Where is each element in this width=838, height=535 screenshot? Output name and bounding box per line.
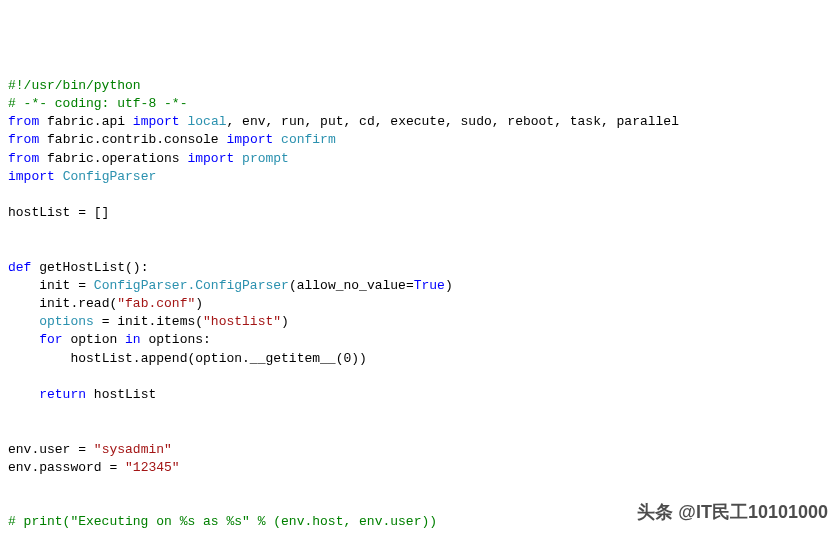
code-block: #!/usr/bin/python# -*- coding: utf-8 -*-… <box>8 77 830 535</box>
code-line <box>8 240 830 258</box>
code-line: # -*- coding: utf-8 -*- <box>8 95 830 113</box>
code-line: import ConfigParser <box>8 168 830 186</box>
watermark: 头条 @IT民工10101000 <box>637 500 828 525</box>
code-line: def getHostList(): <box>8 259 830 277</box>
code-line <box>8 368 830 386</box>
code-line <box>8 186 830 204</box>
code-line: from fabric.operations import prompt <box>8 150 830 168</box>
code-line <box>8 404 830 422</box>
code-line: #!/usr/bin/python <box>8 77 830 95</box>
code-line: for option in options: <box>8 331 830 349</box>
code-line: return hostList <box>8 386 830 404</box>
code-line: from fabric.contrib.console import confi… <box>8 131 830 149</box>
code-line: init.read("fab.conf") <box>8 295 830 313</box>
code-line <box>8 222 830 240</box>
code-line <box>8 422 830 440</box>
code-line: from fabric.api import local, env, run, … <box>8 113 830 131</box>
code-line: env.password = "12345" <box>8 459 830 477</box>
code-line: env.user = "sysadmin" <box>8 441 830 459</box>
code-line: init = ConfigParser.ConfigParser(allow_n… <box>8 277 830 295</box>
code-line: options = init.items("hostlist") <box>8 313 830 331</box>
code-line <box>8 477 830 495</box>
code-line: hostList = [] <box>8 204 830 222</box>
code-line <box>8 531 830 535</box>
code-line: hostList.append(option.__getitem__(0)) <box>8 350 830 368</box>
